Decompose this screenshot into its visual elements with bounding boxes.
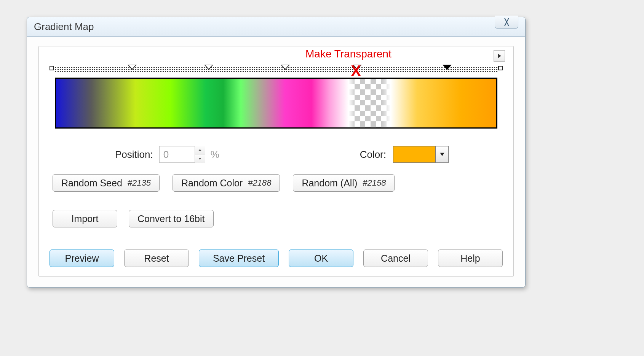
import-button[interactable]: Import <box>53 210 117 227</box>
stop-controls-row: Position: % Color: <box>39 145 513 164</box>
random-color-button[interactable]: Random Color #2188 <box>173 174 280 192</box>
chevron-down-icon <box>198 157 202 161</box>
position-spinner[interactable] <box>159 146 205 163</box>
gradient-preview <box>55 78 497 129</box>
opacity-stop[interactable] <box>353 65 362 70</box>
action-buttons-row: Import Convert to 16bit <box>53 210 500 227</box>
random-seed-button[interactable]: Random Seed #2135 <box>53 174 160 192</box>
reset-button[interactable]: Reset <box>124 250 189 267</box>
track-endcap-right[interactable] <box>498 66 503 70</box>
opacity-stop[interactable] <box>128 65 137 70</box>
titlebar: Gradient Map ╳ <box>27 17 525 37</box>
color-label: Color: <box>360 149 386 161</box>
cancel-button[interactable]: Cancel <box>363 250 428 267</box>
opacity-stop[interactable] <box>204 65 213 70</box>
seed-id: #2188 <box>248 178 271 188</box>
flyout-menu-button[interactable] <box>494 50 505 62</box>
convert-16bit-button[interactable]: Convert to 16bit <box>129 210 214 227</box>
ok-button[interactable]: OK <box>289 250 353 267</box>
label: Random Color <box>181 178 243 189</box>
gradient-map-dialog: Gradient Map ╳ Make Transparent <box>27 17 526 288</box>
footer-buttons-row: Preview Reset Save Preset OK Cancel Help <box>50 250 503 267</box>
position-unit: % <box>211 149 219 161</box>
track-endcap-left[interactable] <box>50 66 54 70</box>
opacity-stop[interactable] <box>443 65 452 70</box>
triangle-right-icon <box>497 54 502 58</box>
random-buttons-row: Random Seed #2135 Random Color #2188 Ran… <box>53 174 500 192</box>
gradient-colors <box>56 79 496 127</box>
opacity-stop[interactable] <box>281 65 290 70</box>
chevron-up-icon <box>198 148 202 152</box>
dialog-title: Gradient Map <box>34 21 94 33</box>
color-dropdown-arrow[interactable] <box>435 146 448 162</box>
spin-up[interactable] <box>195 146 205 154</box>
chevron-down-icon <box>439 152 445 157</box>
color-swatch <box>393 146 435 162</box>
close-button[interactable]: ╳ <box>495 16 518 29</box>
preview-button[interactable]: Preview <box>50 250 114 267</box>
help-button[interactable]: Help <box>438 250 503 267</box>
spin-buttons <box>195 146 205 163</box>
color-dropdown[interactable] <box>393 146 449 163</box>
seed-id: #2135 <box>128 178 151 188</box>
seed-id: #2158 <box>363 178 386 188</box>
annotation-label: Make Transparent <box>305 48 392 60</box>
spin-down[interactable] <box>195 154 205 163</box>
label: Random (All) <box>302 178 357 189</box>
label: Random Seed <box>61 178 122 189</box>
gradient-editor[interactable]: X <box>51 67 501 129</box>
dialog-content: Make Transparent X Position: <box>38 46 514 277</box>
save-preset-button[interactable]: Save Preset <box>199 250 279 267</box>
random-all-button[interactable]: Random (All) #2158 <box>293 174 395 192</box>
position-label: Position: <box>115 149 153 161</box>
position-input[interactable] <box>160 149 195 161</box>
close-icon: ╳ <box>505 18 509 26</box>
